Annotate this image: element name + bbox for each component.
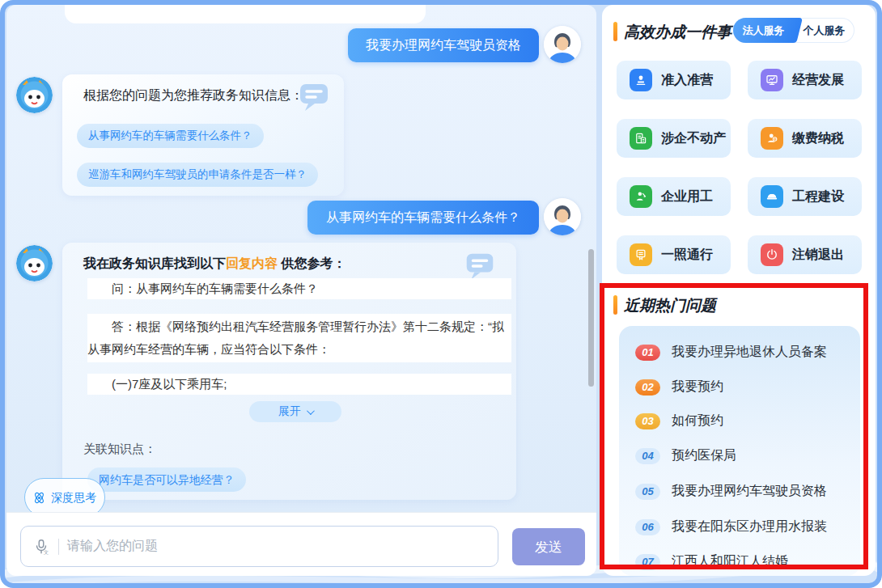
service-card-deregistration[interactable]: 注销退出 bbox=[748, 235, 862, 274]
hot-question-text: 江西人和阳江人结婚 bbox=[672, 553, 788, 570]
hot-question-text: 预约医保局 bbox=[672, 447, 736, 464]
chevron-down-icon bbox=[307, 407, 315, 415]
title-accent-bar bbox=[613, 22, 617, 41]
user-avatar bbox=[544, 26, 581, 63]
microphone-icon[interactable]: 文 bbox=[32, 538, 50, 556]
chat-bubble-icon bbox=[295, 78, 333, 115]
hot-question-item[interactable]: 05 我要办理网约车驾驶员资格 bbox=[635, 483, 827, 500]
hot-question-item[interactable]: 03 如何预约 bbox=[635, 412, 723, 429]
hot-question-item[interactable]: 06 我要在阳东区办理用水报装 bbox=[635, 518, 827, 535]
bot-avatar bbox=[16, 245, 53, 281]
property-doc-icon bbox=[630, 127, 652, 150]
suggested-question-chip[interactable]: 巡游车和网约车驾驶员的申请条件是否一样？ bbox=[77, 163, 318, 187]
deep-think-button[interactable]: 深度思考 bbox=[24, 478, 105, 512]
deep-think-label: 深度思考 bbox=[51, 491, 96, 505]
hot-question-text: 我要办理异地退休人员备案 bbox=[672, 344, 827, 361]
answer-question-row: 问：从事网约车的车辆需要什么条件？ bbox=[87, 278, 511, 299]
previous-message-remnant bbox=[65, 5, 426, 23]
expand-label: 展开 bbox=[278, 404, 301, 419]
service-card-business-dev[interactable]: 经营发展 bbox=[748, 61, 862, 99]
answer-header-prefix: 我在政务知识库找到以下 bbox=[83, 256, 226, 270]
input-placeholder: 请输入您的问题 bbox=[67, 538, 486, 555]
service-tabs: 法人服务 个人服务 bbox=[733, 18, 854, 43]
rank-badge: 07 bbox=[635, 554, 660, 570]
worker-icon bbox=[630, 185, 652, 208]
rank-badge: 05 bbox=[635, 484, 660, 500]
chat-panel: 我要办理网约车驾驶员资格 根据您的问题为您推荐政务知识信息： bbox=[6, 5, 596, 512]
related-question-chip[interactable]: 网约车是否可以异地经营？ bbox=[87, 467, 246, 492]
user-message-bubble: 我要办理网约车驾驶员资格 bbox=[348, 28, 539, 62]
service-card-tax[interactable]: 缴费纳税 bbox=[748, 119, 862, 158]
monitor-chart-icon bbox=[761, 69, 783, 91]
service-label: 涉企不动产 bbox=[661, 130, 726, 147]
service-card-access[interactable]: 准入准营 bbox=[617, 61, 731, 99]
service-label: 企业用工 bbox=[661, 188, 713, 205]
send-button[interactable]: 发送 bbox=[512, 528, 585, 565]
rank-badge: 02 bbox=[635, 379, 660, 396]
hot-question-item[interactable]: 04 预约医保局 bbox=[635, 447, 736, 464]
tab-legal-person-services[interactable]: 法人服务 bbox=[733, 18, 794, 43]
service-label: 缴费纳税 bbox=[792, 130, 844, 147]
answer-header-highlight: 回复内容 bbox=[226, 256, 278, 270]
service-card-employment[interactable]: 企业用工 bbox=[617, 177, 731, 216]
rank-badge: 01 bbox=[635, 345, 660, 361]
bot-intro-text: 根据您的问题为您推荐政务知识信息： bbox=[83, 87, 303, 104]
services-panel: 高效办成一件事 法人服务 个人服务 准入准营 经营发展 涉企不动产 bbox=[602, 5, 876, 576]
answer-item-row: (一)7座及以下乘用车; bbox=[87, 374, 511, 395]
app-window: 我要办理网约车驾驶员资格 根据您的问题为您推荐政务知识信息： bbox=[0, 0, 882, 588]
answer-header-suffix: 供您参考： bbox=[278, 256, 346, 270]
title-accent-bar bbox=[613, 295, 617, 315]
power-icon bbox=[761, 243, 783, 266]
input-divider bbox=[58, 539, 59, 555]
hardhat-icon bbox=[761, 185, 783, 208]
license-icon bbox=[630, 243, 652, 266]
hot-questions-card: 01 我要办理异地退休人员备案 02 我要预约 03 如何预约 04 预约医保局… bbox=[619, 326, 860, 576]
service-label: 注销退出 bbox=[792, 247, 844, 264]
person-coin-icon bbox=[761, 127, 783, 150]
service-card-construction[interactable]: 工程建设 bbox=[748, 177, 862, 216]
hot-question-text: 我要预约 bbox=[672, 379, 723, 396]
svg-text:文: 文 bbox=[44, 549, 49, 555]
hot-question-item[interactable]: 07 江西人和阳江人结婚 bbox=[635, 553, 788, 570]
suggested-question-chip[interactable]: 从事网约车的车辆需要什么条件？ bbox=[77, 124, 264, 148]
stamp-icon bbox=[630, 69, 652, 91]
related-knowledge-label: 关联知识点： bbox=[83, 442, 156, 457]
hot-question-text: 如何预约 bbox=[672, 412, 723, 429]
chat-input-bar: 文 请输入您的问题 发送 bbox=[6, 512, 596, 576]
answer-header: 我在政务知识库找到以下回复内容 供您参考： bbox=[83, 256, 346, 273]
bot-answer-card: 我在政务知识库找到以下回复内容 供您参考： 问：从事网约车的车辆需要什么条件？ … bbox=[62, 243, 516, 500]
answer-body-row: 答：根据《网络预约出租汽车经营服务管理暂行办法》第十二条规定：“拟从事网约车经营… bbox=[87, 314, 511, 362]
service-label: 准入准营 bbox=[661, 72, 713, 89]
hot-question-text: 我要办理网约车驾驶员资格 bbox=[672, 483, 827, 500]
panel-title: 高效办成一件事 bbox=[624, 22, 731, 43]
hot-question-text: 我要在阳东区办理用水报装 bbox=[672, 518, 827, 535]
bot-message-card: 根据您的问题为您推荐政务知识信息： 从事网约车的车辆需要什么条件？ 巡游车和网约… bbox=[62, 74, 344, 196]
bot-avatar bbox=[16, 77, 53, 113]
atom-icon bbox=[32, 490, 47, 506]
tab-personal-services[interactable]: 个人服务 bbox=[794, 18, 854, 43]
rank-badge: 06 bbox=[635, 519, 660, 535]
expand-button[interactable]: 展开 bbox=[249, 401, 341, 422]
service-label: 经营发展 bbox=[792, 72, 844, 89]
service-label: 工程建设 bbox=[792, 188, 844, 205]
hot-question-item[interactable]: 02 我要预约 bbox=[635, 379, 723, 396]
question-input[interactable]: 文 请输入您的问题 bbox=[20, 526, 498, 567]
service-card-one-license[interactable]: 一照通行 bbox=[617, 235, 731, 274]
rank-badge: 04 bbox=[635, 448, 660, 464]
hot-question-item[interactable]: 01 我要办理异地退休人员备案 bbox=[635, 344, 827, 361]
rank-badge: 03 bbox=[635, 413, 660, 429]
hot-questions-title: 近期热门问题 bbox=[624, 295, 716, 316]
chat-scrollbar[interactable] bbox=[588, 249, 594, 387]
service-card-real-estate[interactable]: 涉企不动产 bbox=[617, 119, 731, 158]
service-label: 一照通行 bbox=[661, 247, 713, 264]
user-avatar bbox=[544, 198, 581, 235]
user-message-bubble: 从事网约车的车辆需要什么条件？ bbox=[307, 201, 539, 235]
